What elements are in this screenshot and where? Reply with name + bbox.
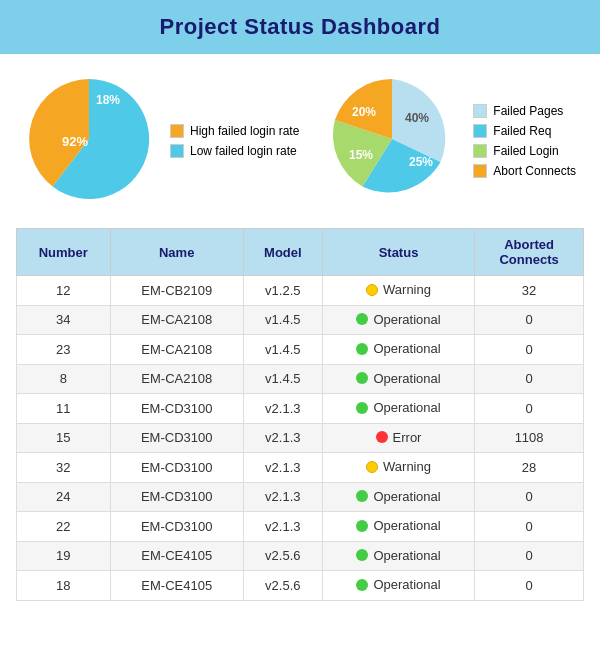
svg-text:20%: 20% — [352, 105, 376, 119]
cell-number: 24 — [17, 482, 111, 512]
cell-model: v2.1.3 — [243, 482, 322, 512]
status-dot — [356, 520, 368, 532]
legend-label-low-failed: Low failed login rate — [190, 144, 297, 158]
cell-name: EM-CD3100 — [110, 453, 243, 483]
table-row: 23 EM-CA2108 v1.4.5 Operational 0 — [17, 335, 584, 365]
cell-model: v1.4.5 — [243, 364, 322, 394]
legend-label-abort-connects: Abort Connects — [493, 164, 576, 178]
chart2-legend: Failed Pages Failed Req Failed Login Abo… — [473, 104, 576, 178]
legend-item-high-failed: High failed login rate — [170, 124, 299, 138]
cell-status: Operational — [322, 335, 474, 365]
cell-aborted: 0 — [475, 364, 584, 394]
cell-name: EM-CE4105 — [110, 571, 243, 601]
status-table: Number Name Model Status AbortedConnects… — [16, 228, 584, 601]
legend-color-lightblue — [473, 104, 487, 118]
legend-item-low-failed: Low failed login rate — [170, 144, 299, 158]
cell-aborted: 28 — [475, 453, 584, 483]
status-badge: Operational — [356, 341, 440, 356]
cell-number: 18 — [17, 571, 111, 601]
table-row: 8 EM-CA2108 v1.4.5 Operational 0 — [17, 364, 584, 394]
cell-aborted: 32 — [475, 276, 584, 306]
svg-text:15%: 15% — [349, 148, 373, 162]
table-header-row: Number Name Model Status AbortedConnects — [17, 229, 584, 276]
svg-text:25%: 25% — [409, 155, 433, 169]
status-badge: Operational — [356, 548, 440, 563]
cell-aborted: 0 — [475, 305, 584, 335]
status-badge: Operational — [356, 400, 440, 415]
status-badge: Operational — [356, 489, 440, 504]
cell-model: v1.4.5 — [243, 305, 322, 335]
cell-status: Operational — [322, 482, 474, 512]
cell-name: EM-CA2108 — [110, 364, 243, 394]
cell-status: Operational — [322, 541, 474, 571]
status-dot — [356, 372, 368, 384]
cell-number: 11 — [17, 394, 111, 424]
cell-number: 34 — [17, 305, 111, 335]
status-label: Error — [393, 430, 422, 445]
status-label: Operational — [373, 577, 440, 592]
cell-status: Warning — [322, 453, 474, 483]
status-label: Warning — [383, 282, 431, 297]
cell-model: v2.1.3 — [243, 423, 322, 453]
legend-color-cyan2 — [473, 124, 487, 138]
chart1-container: 92% 18% High failed login rate Low faile… — [24, 74, 299, 208]
cell-name: EM-CD3100 — [110, 394, 243, 424]
cell-model: v2.1.3 — [243, 512, 322, 542]
status-badge: Operational — [356, 312, 440, 327]
table-row: 22 EM-CD3100 v2.1.3 Operational 0 — [17, 512, 584, 542]
legend-color-green — [473, 144, 487, 158]
col-status: Status — [322, 229, 474, 276]
cell-aborted: 0 — [475, 482, 584, 512]
status-badge: Operational — [356, 371, 440, 386]
legend-label-failed-login: Failed Login — [493, 144, 558, 158]
status-label: Operational — [373, 371, 440, 386]
status-dot — [366, 284, 378, 296]
col-name: Name — [110, 229, 243, 276]
status-badge: Warning — [366, 459, 431, 474]
cell-model: v2.5.6 — [243, 571, 322, 601]
cell-name: EM-CA2108 — [110, 305, 243, 335]
cell-aborted: 0 — [475, 571, 584, 601]
cell-aborted: 0 — [475, 335, 584, 365]
status-dot — [356, 313, 368, 325]
status-badge: Operational — [356, 518, 440, 533]
cell-status: Operational — [322, 571, 474, 601]
cell-status: Error — [322, 423, 474, 453]
status-label: Operational — [373, 518, 440, 533]
legend-item-abort-connects: Abort Connects — [473, 164, 576, 178]
status-badge: Warning — [366, 282, 431, 297]
page-title: Project Status Dashboard — [0, 0, 600, 54]
cell-model: v2.1.3 — [243, 394, 322, 424]
svg-text:18%: 18% — [96, 93, 120, 107]
table-row: 18 EM-CE4105 v2.5.6 Operational 0 — [17, 571, 584, 601]
cell-number: 12 — [17, 276, 111, 306]
cell-aborted: 0 — [475, 512, 584, 542]
table-row: 32 EM-CD3100 v2.1.3 Warning 28 — [17, 453, 584, 483]
chart1-pie: 92% 18% — [24, 74, 154, 208]
cell-name: EM-CD3100 — [110, 512, 243, 542]
status-label: Operational — [373, 312, 440, 327]
cell-number: 22 — [17, 512, 111, 542]
table-row: 11 EM-CD3100 v2.1.3 Operational 0 — [17, 394, 584, 424]
legend-label-failed-req: Failed Req — [493, 124, 551, 138]
cell-name: EM-CE4105 — [110, 541, 243, 571]
col-number: Number — [17, 229, 111, 276]
cell-aborted: 0 — [475, 541, 584, 571]
cell-aborted: 1108 — [475, 423, 584, 453]
cell-number: 19 — [17, 541, 111, 571]
table-row: 19 EM-CE4105 v2.5.6 Operational 0 — [17, 541, 584, 571]
cell-name: EM-CD3100 — [110, 482, 243, 512]
status-dot — [356, 343, 368, 355]
cell-model: v2.5.6 — [243, 541, 322, 571]
status-dot — [356, 402, 368, 414]
status-badge: Operational — [356, 577, 440, 592]
cell-number: 32 — [17, 453, 111, 483]
legend-item-failed-login: Failed Login — [473, 144, 576, 158]
cell-status: Warning — [322, 276, 474, 306]
cell-status: Operational — [322, 512, 474, 542]
cell-number: 23 — [17, 335, 111, 365]
legend-item-failed-pages: Failed Pages — [473, 104, 576, 118]
table-section: Number Name Model Status AbortedConnects… — [0, 218, 600, 617]
table-row: 24 EM-CD3100 v2.1.3 Operational 0 — [17, 482, 584, 512]
status-label: Operational — [373, 400, 440, 415]
